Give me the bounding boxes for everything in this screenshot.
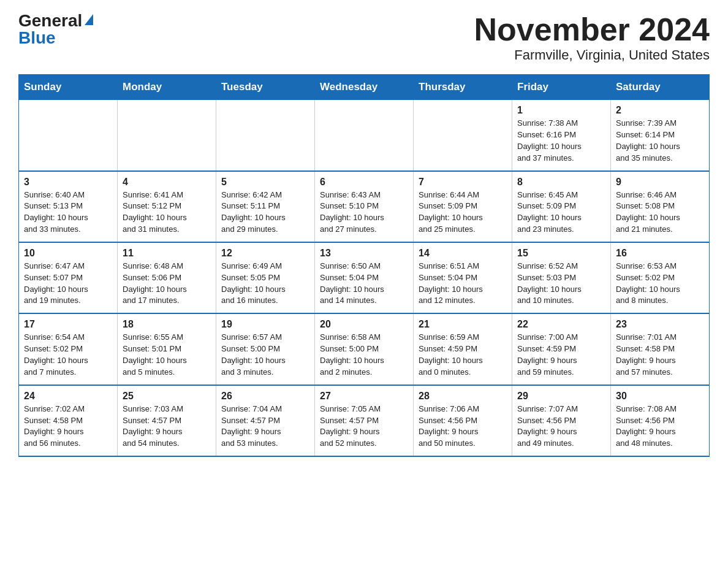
calendar-cell: 18Sunrise: 6:55 AM Sunset: 5:01 PM Dayli…	[118, 313, 216, 385]
calendar-header-row: SundayMondayTuesdayWednesdayThursdayFrid…	[19, 75, 710, 100]
day-number: 27	[320, 391, 408, 402]
day-number: 11	[123, 248, 211, 259]
day-number: 19	[221, 319, 309, 330]
calendar-cell	[315, 100, 414, 171]
day-info: Sunrise: 6:57 AM Sunset: 5:00 PM Dayligh…	[221, 332, 309, 378]
day-info: Sunrise: 6:50 AM Sunset: 5:04 PM Dayligh…	[320, 261, 408, 307]
calendar-cell: 27Sunrise: 7:05 AM Sunset: 4:57 PM Dayli…	[315, 385, 414, 456]
day-number: 5	[221, 177, 309, 188]
calendar-cell: 5Sunrise: 6:42 AM Sunset: 5:11 PM Daylig…	[216, 171, 315, 242]
day-number: 2	[616, 105, 704, 116]
calendar-cell: 10Sunrise: 6:47 AM Sunset: 5:07 PM Dayli…	[19, 242, 118, 313]
day-info: Sunrise: 6:49 AM Sunset: 5:05 PM Dayligh…	[221, 261, 309, 307]
day-info: Sunrise: 6:54 AM Sunset: 5:02 PM Dayligh…	[24, 332, 112, 378]
day-info: Sunrise: 7:02 AM Sunset: 4:58 PM Dayligh…	[24, 404, 112, 450]
calendar-cell: 22Sunrise: 7:00 AM Sunset: 4:59 PM Dayli…	[512, 313, 611, 385]
calendar-cell: 7Sunrise: 6:44 AM Sunset: 5:09 PM Daylig…	[414, 171, 512, 242]
calendar-cell: 3Sunrise: 6:40 AM Sunset: 5:13 PM Daylig…	[19, 171, 118, 242]
day-info: Sunrise: 7:00 AM Sunset: 4:59 PM Dayligh…	[517, 332, 605, 378]
day-info: Sunrise: 6:55 AM Sunset: 5:01 PM Dayligh…	[123, 332, 211, 378]
day-info: Sunrise: 6:40 AM Sunset: 5:13 PM Dayligh…	[24, 190, 112, 236]
day-number: 18	[123, 319, 211, 330]
logo: General Blue	[18, 12, 93, 47]
day-info: Sunrise: 7:07 AM Sunset: 4:56 PM Dayligh…	[517, 404, 605, 450]
day-number: 9	[616, 177, 704, 188]
calendar-cell: 21Sunrise: 6:59 AM Sunset: 4:59 PM Dayli…	[414, 313, 512, 385]
day-number: 12	[221, 248, 309, 259]
day-info: Sunrise: 7:38 AM Sunset: 6:16 PM Dayligh…	[517, 118, 605, 164]
header-wednesday: Wednesday	[315, 75, 414, 100]
calendar-cell: 13Sunrise: 6:50 AM Sunset: 5:04 PM Dayli…	[315, 242, 414, 313]
day-info: Sunrise: 7:01 AM Sunset: 4:58 PM Dayligh…	[616, 332, 704, 378]
calendar-cell	[216, 100, 315, 171]
day-info: Sunrise: 7:03 AM Sunset: 4:57 PM Dayligh…	[123, 404, 211, 450]
day-info: Sunrise: 6:51 AM Sunset: 5:04 PM Dayligh…	[419, 261, 507, 307]
day-info: Sunrise: 6:45 AM Sunset: 5:09 PM Dayligh…	[517, 190, 605, 236]
day-number: 21	[419, 319, 507, 330]
day-number: 30	[616, 391, 704, 402]
calendar-week-1: 3Sunrise: 6:40 AM Sunset: 5:13 PM Daylig…	[19, 171, 710, 242]
day-info: Sunrise: 6:52 AM Sunset: 5:03 PM Dayligh…	[517, 261, 605, 307]
calendar-cell	[118, 100, 216, 171]
logo-triangle-icon	[85, 14, 93, 25]
calendar-cell: 24Sunrise: 7:02 AM Sunset: 4:58 PM Dayli…	[19, 385, 118, 456]
calendar-week-4: 24Sunrise: 7:02 AM Sunset: 4:58 PM Dayli…	[19, 385, 710, 456]
day-number: 22	[517, 319, 605, 330]
day-number: 17	[24, 319, 112, 330]
day-info: Sunrise: 6:42 AM Sunset: 5:11 PM Dayligh…	[221, 190, 309, 236]
day-number: 1	[517, 105, 605, 116]
day-number: 25	[123, 391, 211, 402]
calendar-cell: 9Sunrise: 6:46 AM Sunset: 5:08 PM Daylig…	[611, 171, 710, 242]
day-info: Sunrise: 6:47 AM Sunset: 5:07 PM Dayligh…	[24, 261, 112, 307]
day-number: 15	[517, 248, 605, 259]
calendar-cell: 6Sunrise: 6:43 AM Sunset: 5:10 PM Daylig…	[315, 171, 414, 242]
day-info: Sunrise: 7:39 AM Sunset: 6:14 PM Dayligh…	[616, 118, 704, 164]
day-info: Sunrise: 6:46 AM Sunset: 5:08 PM Dayligh…	[616, 190, 704, 236]
day-info: Sunrise: 7:08 AM Sunset: 4:56 PM Dayligh…	[616, 404, 704, 450]
calendar-cell	[19, 100, 118, 171]
day-number: 24	[24, 391, 112, 402]
calendar-cell: 1Sunrise: 7:38 AM Sunset: 6:16 PM Daylig…	[512, 100, 611, 171]
day-number: 16	[616, 248, 704, 259]
calendar-cell: 25Sunrise: 7:03 AM Sunset: 4:57 PM Dayli…	[118, 385, 216, 456]
calendar-cell: 29Sunrise: 7:07 AM Sunset: 4:56 PM Dayli…	[512, 385, 611, 456]
day-number: 4	[123, 177, 211, 188]
day-number: 13	[320, 248, 408, 259]
calendar-week-3: 17Sunrise: 6:54 AM Sunset: 5:02 PM Dayli…	[19, 313, 710, 385]
header-tuesday: Tuesday	[216, 75, 315, 100]
day-info: Sunrise: 6:41 AM Sunset: 5:12 PM Dayligh…	[123, 190, 211, 236]
header-thursday: Thursday	[414, 75, 512, 100]
calendar-cell: 12Sunrise: 6:49 AM Sunset: 5:05 PM Dayli…	[216, 242, 315, 313]
calendar-cell: 20Sunrise: 6:58 AM Sunset: 5:00 PM Dayli…	[315, 313, 414, 385]
calendar-cell: 26Sunrise: 7:04 AM Sunset: 4:57 PM Dayli…	[216, 385, 315, 456]
calendar-cell: 23Sunrise: 7:01 AM Sunset: 4:58 PM Dayli…	[611, 313, 710, 385]
calendar-cell: 8Sunrise: 6:45 AM Sunset: 5:09 PM Daylig…	[512, 171, 611, 242]
calendar-cell: 30Sunrise: 7:08 AM Sunset: 4:56 PM Dayli…	[611, 385, 710, 456]
day-number: 29	[517, 391, 605, 402]
day-number: 6	[320, 177, 408, 188]
calendar-cell: 16Sunrise: 6:53 AM Sunset: 5:02 PM Dayli…	[611, 242, 710, 313]
day-info: Sunrise: 7:06 AM Sunset: 4:56 PM Dayligh…	[419, 404, 507, 450]
day-number: 3	[24, 177, 112, 188]
day-number: 7	[419, 177, 507, 188]
day-number: 8	[517, 177, 605, 188]
day-number: 14	[419, 248, 507, 259]
calendar-cell: 15Sunrise: 6:52 AM Sunset: 5:03 PM Dayli…	[512, 242, 611, 313]
header-monday: Monday	[118, 75, 216, 100]
calendar-cell: 4Sunrise: 6:41 AM Sunset: 5:12 PM Daylig…	[118, 171, 216, 242]
day-info: Sunrise: 6:53 AM Sunset: 5:02 PM Dayligh…	[616, 261, 704, 307]
calendar-cell: 28Sunrise: 7:06 AM Sunset: 4:56 PM Dayli…	[414, 385, 512, 456]
calendar-cell: 19Sunrise: 6:57 AM Sunset: 5:00 PM Dayli…	[216, 313, 315, 385]
day-number: 10	[24, 248, 112, 259]
calendar-week-0: 1Sunrise: 7:38 AM Sunset: 6:16 PM Daylig…	[19, 100, 710, 171]
page-header: General Blue November 2024 Farmville, Vi…	[18, 12, 710, 63]
calendar-cell: 2Sunrise: 7:39 AM Sunset: 6:14 PM Daylig…	[611, 100, 710, 171]
day-number: 28	[419, 391, 507, 402]
logo-blue: Blue	[18, 29, 56, 47]
day-info: Sunrise: 6:44 AM Sunset: 5:09 PM Dayligh…	[419, 190, 507, 236]
calendar-cell: 11Sunrise: 6:48 AM Sunset: 5:06 PM Dayli…	[118, 242, 216, 313]
title-block: November 2024 Farmville, Virginia, Unite…	[474, 12, 710, 63]
calendar-week-2: 10Sunrise: 6:47 AM Sunset: 5:07 PM Dayli…	[19, 242, 710, 313]
calendar-cell: 17Sunrise: 6:54 AM Sunset: 5:02 PM Dayli…	[19, 313, 118, 385]
day-number: 20	[320, 319, 408, 330]
